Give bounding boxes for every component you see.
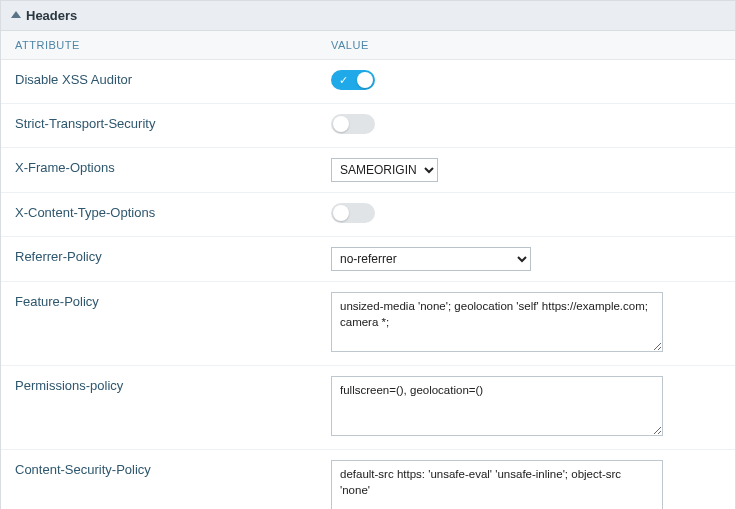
collapse-caret-icon xyxy=(11,11,21,18)
select-x-frame-options[interactable]: SAMEORIGIN xyxy=(331,158,438,182)
row-disable-xss-auditor: Disable XSS Auditor ✓ xyxy=(1,60,735,104)
panel-header[interactable]: Headers xyxy=(1,1,735,31)
select-referrer-policy[interactable]: no-referrer xyxy=(331,247,531,271)
row-x-content-type-options: X-Content-Type-Options xyxy=(1,193,735,237)
row-referrer-policy: Referrer-Policy no-referrer xyxy=(1,237,735,282)
attr-label: Strict-Transport-Security xyxy=(1,114,321,137)
toggle-knob xyxy=(333,116,349,132)
row-content-security-policy: Content-Security-Policy xyxy=(1,450,735,509)
textarea-content-security-policy[interactable] xyxy=(331,460,663,509)
attr-label: Disable XSS Auditor xyxy=(1,70,321,93)
column-header-attribute: ATTRIBUTE xyxy=(1,39,321,51)
attr-label: Permissions-policy xyxy=(1,376,321,439)
toggle-disable-xss-auditor[interactable]: ✓ xyxy=(331,70,375,90)
textarea-feature-policy[interactable] xyxy=(331,292,663,352)
toggle-knob xyxy=(357,72,373,88)
column-header-value: VALUE xyxy=(321,39,735,51)
attr-label: Content-Security-Policy xyxy=(1,460,321,509)
attr-label: X-Content-Type-Options xyxy=(1,203,321,226)
attr-label: X-Frame-Options xyxy=(1,158,321,182)
textarea-permissions-policy[interactable] xyxy=(331,376,663,436)
attr-label: Referrer-Policy xyxy=(1,247,321,271)
check-icon: ✓ xyxy=(339,73,348,87)
row-x-frame-options: X-Frame-Options SAMEORIGIN xyxy=(1,148,735,193)
row-feature-policy: Feature-Policy xyxy=(1,282,735,366)
attr-label: Feature-Policy xyxy=(1,292,321,355)
column-headers: ATTRIBUTE VALUE xyxy=(1,31,735,60)
toggle-strict-transport-security[interactable] xyxy=(331,114,375,134)
toggle-x-content-type-options[interactable] xyxy=(331,203,375,223)
row-permissions-policy: Permissions-policy xyxy=(1,366,735,450)
headers-panel: Headers ATTRIBUTE VALUE Disable XSS Audi… xyxy=(0,0,736,509)
row-strict-transport-security: Strict-Transport-Security xyxy=(1,104,735,148)
toggle-knob xyxy=(333,205,349,221)
panel-title: Headers xyxy=(26,8,77,23)
